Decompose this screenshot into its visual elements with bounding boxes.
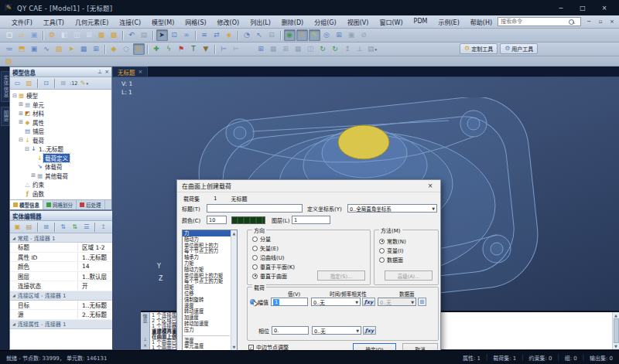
tb-mi-import-button[interactable]: ▨ [24,78,35,88]
menu-delete[interactable]: 删除(D) [276,16,309,28]
messages-scrollbar[interactable]: ▲ ▼ [612,312,619,349]
load-type-option[interactable]: 力 [183,230,231,236]
load-type-option[interactable]: 扭矩 [183,284,231,291]
direction-normal-to-surface-radio[interactable]: 垂直于曲面 [252,271,295,281]
expander-icon[interactable]: ⊞ [30,172,36,179]
tab-model-info[interactable]: 模型信息 [10,200,43,209]
color-input[interactable]: 10 [207,216,227,224]
expander-icon[interactable]: ⊞ [18,119,24,125]
tb-pin-entity-button[interactable]: ⊥ [354,43,366,55]
tb-bolt-fixed-button[interactable]: ⊢ [218,43,230,55]
tb-pick-direction-button[interactable]: ↖ [254,29,265,41]
command-search-box[interactable] [498,17,581,26]
tb-ee-form-button[interactable]: ☰ [81,222,92,232]
tb-select-cursor-button[interactable]: ➤ [156,29,168,41]
tb-mesh-stamp-button[interactable]: ▼ [200,43,212,55]
tree-item-properties[interactable]: ⊞◆属性 [12,118,111,128]
direction-along-curve-radio[interactable]: 沿曲线(U) [252,253,295,262]
tb-region-grid-3-button[interactable]: ⊞ [280,43,292,55]
tb-link-entities-button[interactable]: ∞ [181,29,193,41]
tb-mesh-text-button[interactable]: T [188,43,200,55]
tb-region-grid-1-button[interactable]: ⊞ [255,43,267,55]
tb-curve-plot-button[interactable]: ∿ [41,43,53,55]
load-type-option[interactable]: 位移 [183,291,231,297]
menu-view[interactable]: 视图(V) [342,16,374,28]
method-data-surface-radio[interactable]: 数据面 [379,255,406,264]
load-type-option[interactable]: 力矩 [183,260,231,267]
tb-grid-view-button[interactable]: ⊞ [91,43,102,55]
tree-item-other-loads[interactable]: ⊞▦其他载荷 [12,172,111,181]
expander-icon[interactable]: ⊟ [12,93,18,99]
dialog-title-bar[interactable]: 在曲面上创建载荷 × [177,180,440,192]
load-type-option[interactable]: 单元温度 [183,343,231,349]
tb-analysis-gear-button[interactable]: ⚙ [46,29,58,41]
messages-vertical-tab[interactable]: 信息 [142,314,149,323]
load-type-option[interactable]: 每个节点上的力矩 [183,278,231,284]
tree-item-load-definition[interactable]: ↓载荷定义 [12,154,111,163]
mdi-minimize-button[interactable]: ─ [584,19,593,25]
expander-icon[interactable]: ⊟ [18,137,24,143]
dialog-close-icon[interactable]: × [425,182,436,189]
amplitude-input[interactable]: 1 [271,298,308,306]
tb-print-button[interactable]: ▤ [139,29,150,41]
tb-update-b-button[interactable]: ↻ [330,43,341,55]
minimize-button[interactable]: ─ [551,2,571,14]
tb-view-layers-button[interactable]: ▩ [108,29,120,41]
specify-button[interactable]: 指定(S)... [317,270,365,281]
mdi-restore-button[interactable]: ▫ [596,19,605,25]
tb-undo-button[interactable]: ↶ [126,29,138,41]
menu-model[interactable]: 模型(M) [146,16,180,28]
load-type-option[interactable]: 转动加速度 [183,321,231,327]
tb-cylinder-display-button[interactable]: ◎ [321,29,333,41]
tb-ee-send-up-button[interactable]: ↥ [98,222,109,232]
tb-highlight-toggle-button[interactable]: ◉ [284,29,296,41]
tb-render-solid-button[interactable]: ◆ [108,43,120,55]
tb-ee-sort-num-button[interactable]: ⇅ [70,222,80,232]
method-variable-radio[interactable]: 变量(I) [379,246,406,255]
tb-region-grid-2-button[interactable]: ▦ [268,43,279,55]
advanced-button[interactable]: 高级(A)... [385,270,433,281]
phase-input[interactable]: 0. [272,326,309,335]
tb-zoom-lens-button[interactable]: ◌ [121,43,132,55]
amplitude-fxy-button[interactable]: ƒxy [362,298,375,306]
menu-window[interactable]: 窗口(W) [374,16,408,28]
data-surface-grid-button[interactable]: ⊞ [418,298,426,306]
type-list-scrollbar[interactable]: ▲ ▼ [231,230,237,350]
scroll-down-icon[interactable]: ▼ [614,344,617,349]
load-type-option[interactable]: 压力 [183,327,231,333]
phase-function-select[interactable]: 0..无▼ [312,326,361,335]
tb-ee-copy-button[interactable]: ⊞ [41,222,52,232]
tb-no-entity-button[interactable]: ⊘ [358,29,370,41]
tree-item-loadset-1[interactable]: ⊟↓1..无标题 [12,145,111,154]
tb-update-a-button[interactable]: ↻ [317,43,329,55]
tb-panes-tree-button[interactable]: ≔ [4,43,15,55]
tab-close-icon[interactable]: × [139,69,143,75]
tb-open-file-button[interactable]: ▱ [16,29,28,41]
tb-bolt-pinned-button[interactable]: ⊢ [231,43,242,55]
tb-save-file-button[interactable]: ▣ [29,29,40,41]
load-type-option[interactable]: 转动速度 [183,308,231,315]
tb-mi-frame-button[interactable]: ▭ [12,78,23,88]
expander-icon[interactable]: ⊞ [18,111,24,117]
tb-data-table-button[interactable]: ▦ [78,43,90,55]
custom-tools-button[interactable]: ⚙定制工具 [460,43,498,54]
menu-file[interactable]: 文件(F) [6,16,38,28]
tb-move-entity-button[interactable]: ⇄ [211,29,223,41]
load-type-option[interactable]: 加速度 [183,315,231,321]
tb-mesh-edit-button[interactable]: ϟ [163,43,175,55]
search-input[interactable] [501,19,569,25]
close-icon[interactable]: × [104,69,109,75]
title-input[interactable] [207,204,303,213]
menu-geometry[interactable]: 几何元素(E) [70,16,114,28]
menu-help[interactable]: 帮助(H) [465,16,498,28]
tb-pencil-draw-button[interactable]: ✎ [296,29,308,41]
tree-item-loads[interactable]: ⊟↓载荷 [12,136,111,145]
tb-new-study-button[interactable]: ▧ [4,57,14,66]
tb-frame-view-button[interactable]: ⊟ [266,29,278,41]
tb-send-up-button[interactable]: ↥ [342,43,354,55]
menu-pdm[interactable]: PDM [409,16,433,28]
direction-components-radio[interactable]: 分量 [252,234,295,243]
user-tools-button[interactable]: ⚙用户工具 [500,43,538,54]
tb-select-visible-button[interactable]: ⊡ [133,43,145,55]
pin-icon[interactable]: ⊥ [97,69,102,75]
